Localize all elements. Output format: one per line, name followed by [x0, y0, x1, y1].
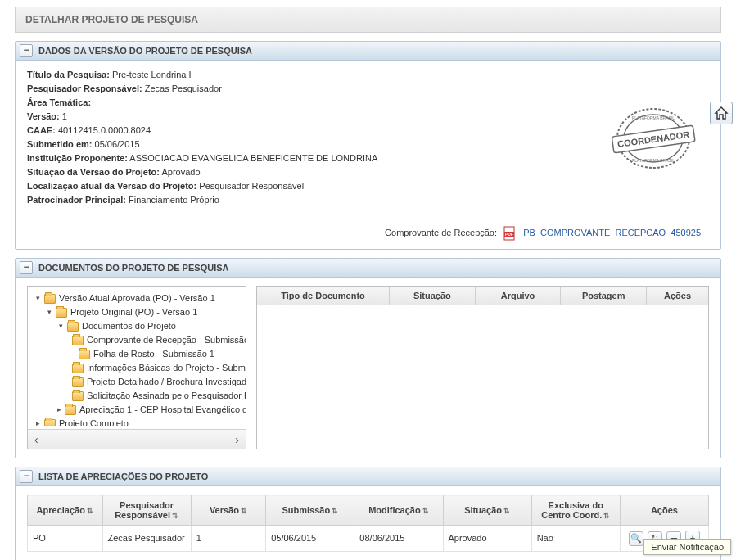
- sort-icon: ⇅: [503, 507, 510, 515]
- panel-apreciacoes-title: LISTA DE APRECIAÇÕES DO PROJETO: [38, 472, 208, 481]
- cell-submissao: 05/06/2015: [266, 526, 354, 552]
- panel-apreciacoes-body: Apreciação⇅ Pesquisador Responsável⇅ Ver…: [16, 486, 720, 560]
- documents-table-header: Tipo de Documento Situação Arquivo Posta…: [257, 287, 708, 305]
- label-instituicao: Instituição Proponente:: [27, 153, 128, 163]
- page-title-text: DETALHAR PROJETO DE PESQUISA: [25, 14, 198, 25]
- folder-icon: [79, 350, 90, 359]
- sort-icon: ⇅: [87, 507, 93, 515]
- tree-node-projeto-detalhado[interactable]: Projeto Detalhado / Brochura Investigado: [34, 375, 242, 389]
- cell-pesquisador: Zecas Pesquisador: [102, 526, 191, 552]
- tree-label: Comprovante de Recepção - Submissão: [87, 333, 246, 347]
- folder-icon: [67, 322, 79, 332]
- tree-node-folha-rosto[interactable]: Folha de Rosto - Submissão 1: [34, 347, 242, 361]
- th-submissao[interactable]: Submissão⇅: [266, 495, 354, 526]
- value-submetido: 05/06/2015: [95, 139, 140, 149]
- panel-documentos: − DOCUMENTOS DO PROJETO DE PESQUISA ▾Ver…: [15, 258, 721, 458]
- tree-node-solicitacao[interactable]: Solicitação Assinada pelo Pesquisador P: [34, 389, 242, 403]
- cell-versao: 1: [191, 526, 266, 552]
- scroll-right-icon[interactable]: ›: [235, 433, 239, 446]
- home-button[interactable]: [710, 102, 733, 124]
- tree-scrollbar[interactable]: ‹ ›: [28, 429, 246, 449]
- tree-label: Projeto Completo: [59, 417, 129, 426]
- value-patrocinador: Financiamento Próprio: [129, 195, 219, 205]
- value-versao: 1: [62, 111, 67, 121]
- tree-node-projeto-completo[interactable]: ▸Projeto Completo: [34, 417, 242, 426]
- tree-label: Projeto Original (PO) - Versão 1: [70, 305, 197, 319]
- tree-node-apreciacao-1[interactable]: ▸Apreciação 1 - CEP Hospital Evangélico …: [34, 403, 242, 417]
- label-patrocinador: Patrocinador Principal:: [27, 195, 126, 205]
- panel-dados: − DADOS DA VERSÃO DO PROJETO DE PESQUISA…: [15, 41, 721, 250]
- col-arquivo[interactable]: Arquivo: [476, 287, 562, 305]
- folder-icon: [72, 336, 84, 345]
- th-apreciacao[interactable]: Apreciação⇅: [28, 495, 103, 526]
- col-situacao[interactable]: Situação: [390, 287, 476, 305]
- cell-exclusiva: Não: [531, 526, 620, 552]
- cell-apreciacao: PO: [28, 526, 103, 552]
- panel-apreciacoes: − LISTA DE APRECIAÇÕES DO PROJETO Apreci…: [15, 467, 721, 560]
- label-localizacao: Localização atual da Versão do Projeto:: [27, 181, 196, 191]
- col-acoes[interactable]: Ações: [647, 287, 708, 305]
- tree-label: Apreciação 1 - CEP Hospital Evangélico d…: [79, 403, 246, 417]
- th-exclusiva[interactable]: Exclusiva do Centro Coord.⇅: [531, 495, 620, 526]
- th-acoes: Ações: [620, 495, 708, 526]
- sort-icon: ⇅: [241, 507, 247, 515]
- tree-label: Versão Atual Aprovada (PO) - Versão 1: [59, 291, 215, 305]
- action-detail-button[interactable]: 🔍: [629, 531, 643, 546]
- receipt-file-link[interactable]: PB_COMPROVANTE_RECEPCAO_450925: [523, 228, 701, 237]
- label-area: Área Temática:: [27, 97, 91, 107]
- cell-situacao: Aprovado: [443, 526, 531, 552]
- chevron-down-icon: ▾: [46, 305, 52, 319]
- label-situacao: Situação da Versão do Projeto:: [27, 167, 160, 177]
- folder-icon: [44, 419, 56, 427]
- tooltip-text: Enviar Notificação: [651, 542, 724, 552]
- tree-node-versao-atual[interactable]: ▾Versão Atual Aprovada (PO) - Versão 1: [34, 291, 242, 305]
- th-modificacao[interactable]: Modificação⇅: [354, 495, 443, 526]
- chevron-right-icon: ▸: [57, 403, 61, 417]
- col-postagem[interactable]: Postagem: [561, 287, 647, 305]
- tree-label: Projeto Detalhado / Brochura Investigado: [87, 375, 246, 389]
- panel-apreciacoes-header: − LISTA DE APRECIAÇÕES DO PROJETO: [16, 467, 720, 486]
- folder-icon: [72, 364, 84, 373]
- col-tipo-documento[interactable]: Tipo de Documento: [257, 287, 390, 305]
- label-caae: CAAE:: [27, 125, 56, 135]
- value-localizacao: Pesquisador Responsável: [199, 181, 304, 191]
- panel-documentos-collapse-button[interactable]: −: [20, 261, 33, 274]
- chevron-down-icon: ▾: [34, 291, 41, 305]
- tree-label: Documentos do Projeto: [82, 319, 176, 333]
- tree-node-info-basicas[interactable]: Informações Básicas do Projeto - Submi: [34, 361, 242, 375]
- receipt-label: Comprovante de Recepção:: [385, 228, 497, 237]
- sort-icon: ⇅: [422, 507, 429, 515]
- receipt-row: Comprovante de Recepção: PDF PB_COMPROVA…: [27, 226, 709, 241]
- panel-apreciacoes-collapse-button[interactable]: −: [20, 470, 33, 483]
- th-pesquisador[interactable]: Pesquisador Responsável⇅: [102, 495, 191, 526]
- magnifier-icon: 🔍: [630, 533, 642, 544]
- folder-icon: [56, 308, 67, 318]
- table-row: PO Zecas Pesquisador 1 05/06/2015 08/06/…: [28, 526, 709, 552]
- svg-text:PDF: PDF: [505, 232, 513, 237]
- value-situacao: Aprovado: [161, 167, 200, 177]
- folder-icon: [44, 294, 56, 304]
- tree-node-documentos-projeto[interactable]: ▾Documentos do Projeto: [34, 319, 242, 333]
- value-instituicao: ASSOCIACAO EVANGELICA BENEFICENTE DE LON…: [129, 153, 377, 163]
- panel-dados-header: − DADOS DA VERSÃO DO PROJETO DE PESQUISA: [16, 42, 720, 61]
- value-titulo: Pre-teste Londrina I: [112, 70, 192, 79]
- label-titulo: Título da Pesquisa:: [27, 70, 110, 79]
- cell-modificacao: 08/06/2015: [354, 526, 443, 552]
- chevron-down-icon: ▾: [57, 319, 64, 333]
- panel-dados-collapse-button[interactable]: −: [20, 44, 33, 57]
- value-caae: 40112415.0.0000.8024: [58, 125, 151, 135]
- tree-node-comprovante[interactable]: Comprovante de Recepção - Submissão: [34, 333, 242, 347]
- tree-node-projeto-original[interactable]: ▾Projeto Original (PO) - Versão 1: [34, 305, 242, 319]
- panel-documentos-body: ▾Versão Atual Aprovada (PO) - Versão 1 ▾…: [16, 278, 720, 458]
- documents-table: Tipo de Documento Situação Arquivo Posta…: [256, 286, 709, 449]
- chevron-right-icon: ▸: [34, 417, 41, 426]
- scroll-left-icon[interactable]: ‹: [34, 433, 38, 446]
- pdf-icon: PDF: [503, 226, 517, 241]
- sort-icon: ⇅: [172, 512, 178, 520]
- panel-documentos-title: DOCUMENTOS DO PROJETO DE PESQUISA: [38, 263, 228, 273]
- folder-icon: [65, 405, 76, 415]
- th-versao[interactable]: Versão⇅: [191, 495, 266, 526]
- sort-icon: ⇅: [332, 507, 338, 515]
- th-situacao[interactable]: Situação⇅: [443, 495, 531, 526]
- page-title: DETALHAR PROJETO DE PESQUISA: [15, 7, 721, 33]
